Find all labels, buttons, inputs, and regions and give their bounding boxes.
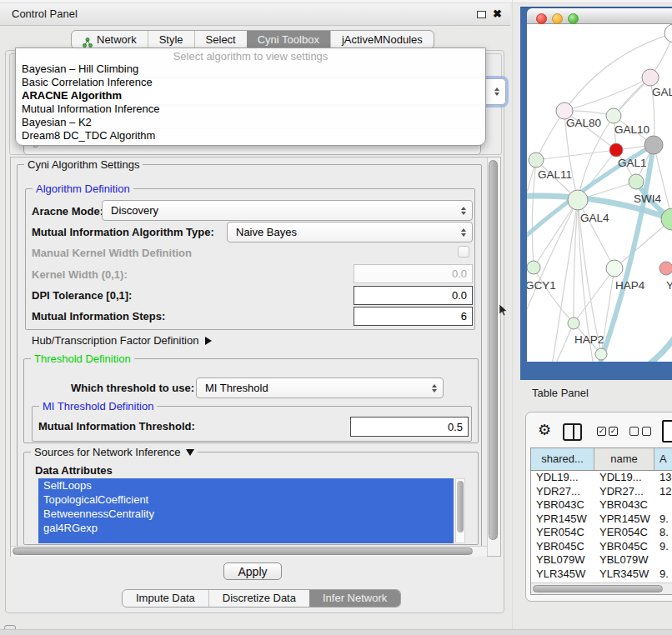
which-threshold-combobox[interactable]: MI Threshold [196,378,444,398]
hub-definition-label: Hub/Transcription Factor Definition [32,334,198,347]
node-label: HAP4 [615,279,645,292]
tab-network[interactable]: Network [72,31,148,48]
network-node-y[interactable] [659,262,672,275]
attribute-item[interactable]: TopologicalCoefficient [38,492,454,507]
attribute-item[interactable]: SelfLoops [38,478,454,492]
table-panel-title: Table Panel [532,387,589,399]
node-label: GAL1 [618,157,647,169]
tab-cyni-toolbox[interactable]: Cyni Toolbox [247,31,330,48]
network-edge[interactable] [614,219,672,268]
network-edge[interactable] [534,268,574,323]
table-horizontal-scrollbar[interactable] [531,582,672,594]
table-row[interactable]: YDL19...YDL19...13 [531,471,672,485]
expand-arrow-icon [205,337,212,345]
minimize-window-icon[interactable] [552,13,563,24]
attributes-scrollbar-thumb[interactable] [457,481,464,532]
network-edge[interactable] [574,268,614,323]
network-node[interactable] [595,348,607,360]
attribute-item[interactable]: BetweennessCentrality [38,507,454,521]
dpi-tolerance-field[interactable]: 0.0 [354,286,473,305]
which-threshold-label: Which threshold to use: [71,382,194,394]
settings-hscroll-thumb[interactable] [13,548,473,555]
combo-stepper-icon [432,384,437,392]
network-edge[interactable] [574,200,578,323]
tab-discretize-data[interactable]: Discretize Data [208,590,309,607]
dropdown-item[interactable]: Bayesian – K2 [16,116,485,129]
table-row[interactable]: YPR145WYPR145W9. [531,512,672,527]
network-node-gcy1[interactable] [527,261,540,274]
close-panel-icon[interactable]: ✖ [493,8,502,20]
dropdown-item[interactable]: Dream8 DC_TDC Algorithm [16,129,485,142]
node-label: GCY1 [527,279,556,292]
network-node[interactable] [644,136,663,154]
combo-stepper-icon [461,207,466,215]
mi-algorithm-type-combobox[interactable]: Naive Bayes [227,222,473,242]
settings-vscroll-thumb[interactable] [489,160,498,540]
aracne-mode-combobox[interactable]: Discovery [102,200,473,221]
data-attributes-list[interactable]: SelfLoopsTopologicalCoefficientBetweenne… [38,478,454,543]
mi-algorithm-type-label: Mutual Information Algorithm Type: [32,226,214,238]
network-node-gal10[interactable] [606,108,621,123]
mi-steps-field[interactable]: 6 [354,307,473,326]
tab-select[interactable]: Select [194,31,247,48]
mi-threshold-field[interactable]: 0.5 [350,417,469,437]
split-view-icon[interactable] [563,423,582,441]
network-edge[interactable] [630,332,672,362]
network-window-titlebar[interactable] [527,8,672,24]
float-window-icon[interactable] [477,11,486,18]
table-row[interactable]: YBL079WYBL079W [531,553,672,568]
table-row[interactable]: YBR043CYBR043C [531,498,672,512]
column-header[interactable]: name [594,448,654,470]
table-row[interactable]: YLR345WYLR345W9. [531,568,672,582]
tab-label: Network [97,31,137,48]
table-cell: YBL079W [531,553,594,568]
table-hscroll-thumb[interactable] [533,585,663,592]
hub-definition-toggle[interactable]: Hub/Transcription Factor Definition [32,334,212,347]
table-row[interactable]: YER054CYER054C8. [531,526,672,540]
mouse-cursor [499,304,509,318]
manual-kernel-checkbox[interactable] [458,246,469,258]
table-cell: YLR345W [531,568,594,582]
dropdown-item[interactable]: ARACNE Algorithm [16,89,485,102]
node-table: shared...nameA YDL19...YDL19...13YDR27..… [530,448,672,595]
dropdown-prompt: Select algorithm to view settings [16,48,485,62]
kernel-width-field[interactable]: 0.0 [354,264,473,283]
sources-toggle[interactable]: Sources for Network Inference [31,446,198,458]
network-graph[interactable]: GALGAL80GAL10GAL1GAL11SWI4GAL4GCY1HAP4YH… [527,24,672,362]
network-node[interactable] [664,24,672,42]
deselect-all-icon[interactable] [629,427,651,436]
node-label: GAL80 [566,117,601,129]
tab-style[interactable]: Style [148,31,194,48]
dropdown-item[interactable]: Mutual Information Inference [16,102,485,116]
close-window-icon[interactable] [536,13,547,24]
zoom-window-icon[interactable] [568,13,579,24]
network-node-gal4[interactable] [568,190,588,210]
table-cell: YER054C [531,526,594,540]
table-cell: 9. [654,540,672,554]
column-header[interactable]: A [654,448,672,470]
dropdown-item[interactable]: Bayesian – Hill Climbing [16,62,485,76]
dropdown-item[interactable]: Basic Correlation Inference [16,76,485,89]
network-node-swi4[interactable] [629,174,644,189]
table-row[interactable]: YDR27...YDR27...12 [531,485,672,499]
column-header[interactable]: shared... [531,448,594,470]
page-icon[interactable] [662,420,672,442]
table-cell: 8. [654,526,672,540]
network-node-gal11[interactable] [529,152,544,168]
tab-infer-network[interactable]: Infer Network [309,590,400,607]
tab-jactivemnodules[interactable]: jActiveMNodules [330,31,434,48]
attribute-item[interactable]: gal4RGexp [38,521,454,535]
tab-impute-data[interactable]: Impute Data [123,590,208,607]
network-node-hap4[interactable] [606,260,623,277]
network-edge[interactable] [532,160,536,268]
select-all-icon[interactable]: ✓✓ [597,427,618,436]
gear-icon[interactable]: ⚙ [538,421,551,439]
network-node-hap2[interactable] [568,318,579,329]
network-node-gal[interactable] [642,69,659,86]
table-cell: 12 [654,485,672,499]
table-row[interactable]: YBR045CYBR045C9. [531,540,672,554]
network-edge[interactable] [578,200,614,268]
network-edge[interactable] [536,150,616,160]
apply-button[interactable]: Apply [223,562,282,580]
network-node-gal1[interactable] [609,143,623,157]
